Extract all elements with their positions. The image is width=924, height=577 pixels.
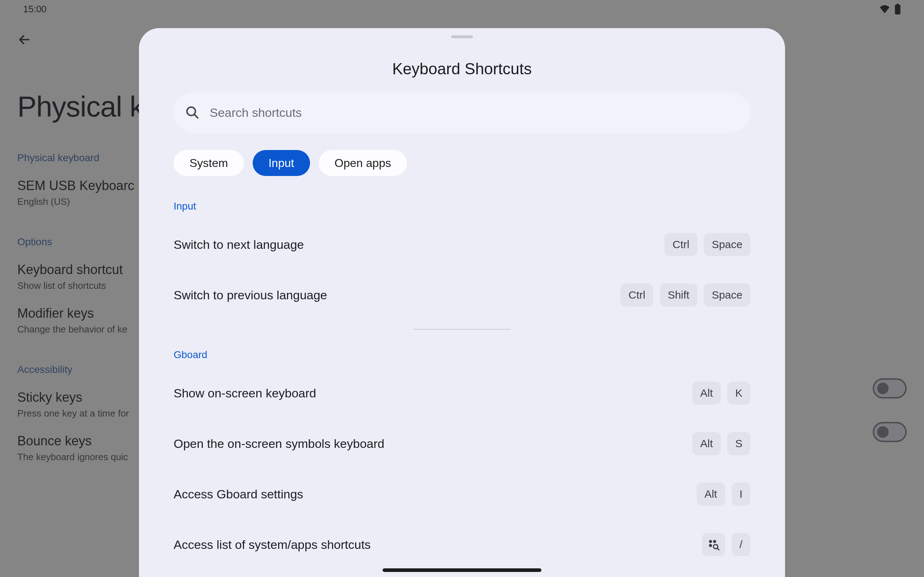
shortcut-label: Access Gboard settings: [174, 487, 303, 501]
shortcut-label: Open the on-screen symbols keyboard: [174, 437, 384, 451]
sheet-title: Keyboard Shortcuts: [139, 38, 785, 92]
key-alt: Alt: [692, 382, 721, 405]
key-i: I: [732, 482, 750, 506]
shortcut-row: Switch to next languageCtrlSpace: [174, 219, 750, 270]
shortcut-keys: AltK: [692, 382, 750, 405]
key-space: Space: [704, 233, 750, 256]
section-label-gboard: Gboard: [174, 333, 750, 368]
key-shift: Shift: [660, 284, 697, 306]
key-alt: Alt: [696, 482, 725, 506]
tab-open-apps[interactable]: Open apps: [319, 150, 407, 176]
nav-gesture-bar[interactable]: [383, 568, 541, 572]
key-/: /: [732, 533, 750, 556]
category-tabs: SystemInputOpen apps: [174, 133, 750, 185]
shortcut-keys: AltS: [692, 432, 750, 455]
section-label-input: Input: [174, 185, 750, 219]
tab-system[interactable]: System: [174, 150, 244, 176]
keyboard-shortcuts-sheet: Keyboard Shortcuts SystemInputOpen apps …: [139, 28, 785, 577]
search-input[interactable]: [210, 106, 739, 120]
sheet-drag-handle[interactable]: [451, 35, 473, 38]
shortcut-label: Switch to next language: [174, 238, 304, 252]
shortcut-keys: AltI: [696, 482, 750, 506]
shortcut-row: Switch to previous languageCtrlShiftSpac…: [174, 270, 750, 320]
key-space: Space: [704, 284, 750, 306]
shortcut-keys: CtrlSpace: [664, 233, 750, 256]
svg-point-5: [713, 540, 716, 543]
shortcut-label: Access list of system/apps shortcuts: [174, 538, 371, 552]
launcher-key-icon: [702, 533, 725, 556]
key-k: K: [727, 382, 750, 405]
key-s: S: [727, 432, 750, 455]
shortcut-row: Open the on-screen symbols keyboardAltS: [174, 418, 750, 469]
tab-input[interactable]: Input: [253, 150, 310, 176]
section-divider: [413, 329, 511, 330]
search-shortcuts-field[interactable]: [174, 92, 750, 133]
svg-line-3: [194, 114, 198, 118]
shortcut-keys: CtrlShiftSpace: [620, 284, 750, 306]
shortcut-keys: /: [702, 533, 750, 556]
shortcut-label: Show on-screen keyboard: [174, 386, 316, 400]
shortcut-row: Show on-screen keyboardAltK: [174, 368, 750, 418]
svg-point-6: [709, 544, 712, 548]
key-ctrl: Ctrl: [620, 284, 653, 306]
shortcut-row: Access Gboard settingsAltI: [174, 469, 750, 519]
shortcut-label: Switch to previous language: [174, 288, 327, 302]
shortcut-row: Access list of system/apps shortcuts/: [174, 519, 750, 570]
search-icon: [185, 105, 200, 120]
key-alt: Alt: [692, 432, 721, 455]
svg-line-8: [717, 548, 719, 550]
svg-point-4: [709, 540, 712, 543]
key-ctrl: Ctrl: [664, 233, 697, 256]
